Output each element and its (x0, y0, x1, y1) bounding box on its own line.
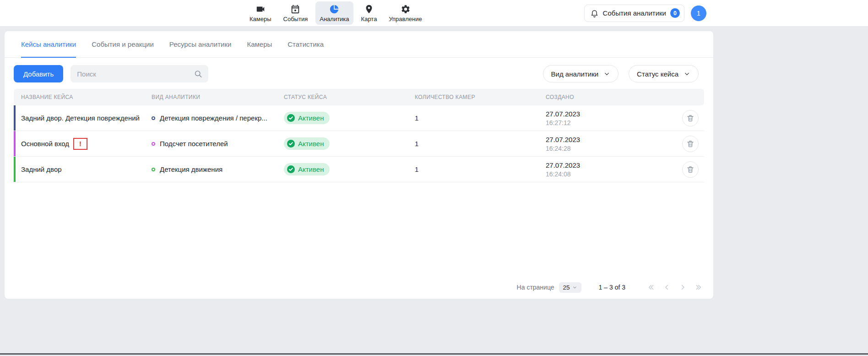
header-analytics-type: ВИД АНАЛИТИКИ (144, 94, 277, 100)
search-icon (194, 70, 202, 78)
actions-cell (677, 161, 704, 178)
nav-label: Карта (361, 16, 377, 22)
case-status-cell: Активен (277, 163, 407, 175)
case-name: Основной вход (21, 140, 69, 148)
nav-item-management[interactable]: Управление (385, 1, 426, 25)
header-case-name: НАЗВАНИЕ КЕЙСА (14, 94, 144, 100)
nav-item-analytics[interactable]: Аналитика (315, 1, 353, 25)
camera-count-cell: 1 (407, 165, 538, 173)
check-circle-icon (287, 140, 295, 148)
delete-button[interactable] (682, 110, 699, 126)
case-status-filter[interactable]: Статус кейса (629, 65, 699, 82)
check-circle-icon (287, 114, 295, 122)
check-circle-icon (287, 165, 295, 173)
error-indicator: ! (73, 138, 87, 150)
trash-icon (686, 165, 694, 174)
created-date: 27.07.2023 (546, 136, 677, 143)
trash-icon (686, 114, 694, 122)
analytics-events-label: События аналитики (603, 9, 666, 17)
chevron-down-icon (684, 71, 690, 77)
per-page-select[interactable]: 25 (559, 282, 581, 293)
window-bottom-edge (0, 353, 868, 355)
analytics-panel: Кейсы аналитики События и реакции Ресурс… (5, 31, 713, 299)
header-created: СОЗДАНО (538, 94, 677, 100)
gear-icon (401, 4, 411, 14)
analytics-type-icon (152, 116, 155, 120)
pagination: На странице 25 1 – 3 of 3 (14, 281, 704, 293)
created-time: 16:24:28 (546, 145, 677, 152)
created-cell: 27.07.2023 16:27:12 (538, 110, 677, 126)
header-camera-count: КОЛИЧЕСТВО КАМЕР (407, 94, 538, 100)
delete-button[interactable] (682, 136, 699, 152)
main-navigation: Камеры События Аналитика Карта (245, 1, 426, 25)
tabs-row: Кейсы аналитики События и реакции Ресурс… (5, 31, 713, 58)
analytics-type-filter[interactable]: Вид аналитики (543, 65, 619, 82)
nav-item-cameras[interactable]: Камеры (245, 1, 276, 25)
last-page-button[interactable] (692, 281, 704, 293)
top-bar: Камеры События Аналитика Карта (0, 0, 868, 27)
first-page-button[interactable] (646, 281, 657, 293)
analytics-pie-icon (329, 4, 339, 14)
nav-label: Управление (389, 16, 422, 22)
case-name: Задний двор (21, 165, 62, 173)
case-name-cell: Основной вход ! (14, 138, 144, 150)
user-avatar[interactable]: 1 (691, 5, 706, 21)
row-accent-bar (14, 157, 16, 182)
delete-button[interactable] (682, 161, 699, 178)
analytics-type-icon (152, 168, 155, 171)
nav-label: Аналитика (320, 16, 349, 22)
next-page-button[interactable] (677, 281, 689, 293)
top-bar-right: События аналитики 0 1 (584, 0, 706, 26)
created-time: 16:27:12 (546, 119, 677, 126)
camera-count-cell: 1 (407, 114, 538, 122)
table-row[interactable]: Задний двор Детекция движения Активен 1 … (14, 157, 704, 182)
header-case-status: СТАТУС КЕЙСА (277, 94, 407, 100)
pager-controls (646, 281, 704, 293)
case-name-cell: Задний двор (14, 165, 144, 173)
per-page-label: На странице (517, 284, 554, 291)
tab-analytics-resources[interactable]: Ресурсы аналитики (169, 31, 232, 57)
tab-cameras[interactable]: Камеры (247, 31, 272, 57)
search-input[interactable] (71, 65, 208, 82)
case-name-cell: Задний двор. Детекция повреждений (14, 114, 144, 122)
actions-cell (677, 110, 704, 126)
bell-icon (590, 9, 599, 17)
tab-analytics-cases[interactable]: Кейсы аналитики (21, 31, 76, 57)
case-status-filter-label: Статус кейса (637, 70, 678, 78)
case-name: Задний двор. Детекция повреждений (21, 114, 140, 122)
map-pin-icon (364, 4, 374, 14)
row-accent-bar (14, 131, 16, 156)
created-time: 16:24:08 (546, 170, 677, 178)
analytics-type-label: Детекция движения (160, 165, 222, 173)
nav-label: Камеры (250, 16, 271, 22)
status-label: Активен (298, 165, 324, 173)
tab-events-reactions[interactable]: События и реакции (92, 31, 154, 57)
nav-item-events[interactable]: События (279, 1, 312, 25)
case-status-cell: Активен (277, 137, 407, 150)
table-header-row: НАЗВАНИЕ КЕЙСА ВИД АНАЛИТИКИ СТАТУС КЕЙС… (14, 89, 704, 105)
nav-item-map[interactable]: Карта (357, 1, 381, 25)
toolbar: Добавить Вид аналитики Статус кейса (14, 65, 699, 82)
status-badge: Активен (284, 137, 330, 150)
created-cell: 27.07.2023 16:24:28 (538, 136, 677, 152)
range-text: 1 – 3 of 3 (599, 284, 625, 291)
table-row[interactable]: Задний двор. Детекция повреждений Детекц… (14, 105, 704, 131)
camera-count-cell: 1 (407, 140, 538, 148)
status-badge: Активен (284, 112, 330, 124)
prev-page-button[interactable] (661, 281, 673, 293)
analytics-type-icon (152, 142, 155, 146)
row-accent-bar (14, 105, 16, 131)
events-calendar-icon (290, 4, 300, 14)
add-button[interactable]: Добавить (14, 65, 63, 82)
created-date: 27.07.2023 (546, 161, 677, 169)
camera-icon (255, 4, 266, 14)
table-row[interactable]: Основной вход ! Подсчет посетителей Акти… (14, 131, 704, 157)
analytics-events-button[interactable]: События аналитики 0 (584, 5, 684, 22)
nav-label: События (283, 16, 308, 22)
created-cell: 27.07.2023 16:24:08 (538, 161, 677, 178)
search-box (71, 65, 208, 82)
tab-statistics[interactable]: Статистика (288, 31, 324, 57)
chevron-down-icon (572, 285, 577, 290)
cases-table: НАЗВАНИЕ КЕЙСА ВИД АНАЛИТИКИ СТАТУС КЕЙС… (14, 89, 704, 182)
analytics-type-label: Детекция повреждения / перекр... (160, 114, 267, 122)
